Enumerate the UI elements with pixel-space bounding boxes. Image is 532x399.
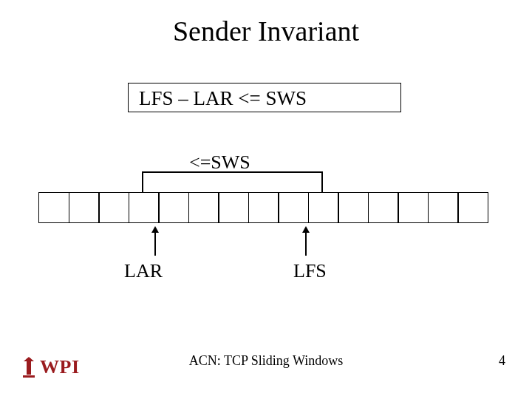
frame-cell bbox=[338, 192, 369, 223]
frame-sequence-row bbox=[38, 192, 488, 223]
wpi-logo: WPI bbox=[21, 356, 80, 378]
frame-cell bbox=[308, 192, 339, 223]
slide-title: Sender Invariant bbox=[0, 15, 532, 47]
frame-cell bbox=[248, 192, 279, 223]
frame-cell bbox=[278, 192, 309, 223]
frame-cell bbox=[398, 192, 429, 223]
footer-caption: ACN: TCP Sliding Windows bbox=[0, 353, 532, 369]
frame-cell bbox=[158, 192, 189, 223]
lfs-pointer-label: LFS bbox=[293, 260, 327, 282]
frame-cell bbox=[457, 192, 488, 223]
frame-cell bbox=[428, 192, 459, 223]
frame-cell bbox=[98, 192, 129, 223]
frame-cell bbox=[188, 192, 219, 223]
invariant-formula-text: LFS – LAR <= SWS bbox=[139, 87, 307, 109]
invariant-formula-box: LFS – LAR <= SWS bbox=[128, 83, 401, 112]
wpi-tower-icon bbox=[21, 357, 37, 378]
lfs-pointer-arrow bbox=[305, 228, 307, 256]
wpi-logo-text: WPI bbox=[40, 356, 80, 378]
frame-cell bbox=[368, 192, 399, 223]
frame-cell bbox=[69, 192, 100, 223]
slide-number: 4 bbox=[499, 353, 505, 369]
lar-pointer-label: LAR bbox=[124, 260, 163, 282]
frame-cell bbox=[218, 192, 249, 223]
frame-cell bbox=[129, 192, 160, 223]
frame-cell bbox=[38, 192, 69, 223]
window-size-label: <=SWS bbox=[189, 151, 250, 174]
lar-pointer-arrow bbox=[154, 228, 156, 256]
window-bracket bbox=[142, 171, 323, 192]
